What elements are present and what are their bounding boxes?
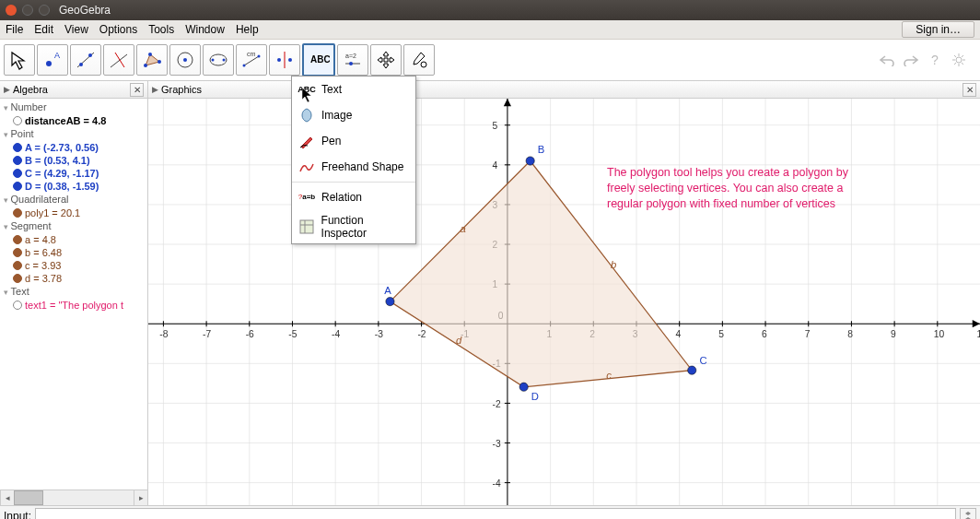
tool-reflect[interactable] (269, 44, 300, 76)
minimize-window-button[interactable] (22, 5, 33, 16)
svg-point-136 (526, 157, 534, 165)
tool-move[interactable] (4, 44, 35, 76)
algebra-group[interactable]: Segment (0, 219, 146, 233)
tool-circle[interactable] (169, 44, 201, 76)
algebra-header[interactable]: ▶ Algebra ✕ (0, 81, 147, 99)
tool-slider[interactable]: a=2 (337, 44, 368, 76)
input-field[interactable] (35, 508, 956, 520)
algebra-item-label: A = (-2.73, 0.56) (25, 141, 99, 154)
dropdown-item-function-inspector[interactable]: Function Inspector (292, 210, 415, 243)
algebra-group[interactable]: Point (0, 127, 146, 141)
close-window-button[interactable] (6, 5, 17, 16)
scroll-thumb[interactable] (14, 490, 43, 505)
algebra-item[interactable]: c = 3.93 (0, 259, 146, 272)
algebra-group[interactable]: Text (0, 285, 146, 299)
svg-point-27 (421, 62, 426, 67)
algebra-tree[interactable]: NumberdistanceAB = 4.8PointA = (-2.73, 0… (0, 99, 147, 490)
algebra-group[interactable]: Quadrilateral (0, 193, 146, 206)
tool-ellipse[interactable] (203, 44, 234, 76)
tool-measure[interactable]: cm (236, 44, 267, 76)
svg-text:C: C (699, 355, 706, 366)
visibility-toggle-icon[interactable] (13, 261, 22, 270)
menu-options[interactable]: Options (99, 23, 137, 36)
scroll-track[interactable] (43, 490, 134, 505)
tool-text[interactable]: ABC (302, 43, 335, 77)
svg-text:ABC: ABC (310, 54, 330, 65)
help-button[interactable]: ? (925, 50, 945, 70)
tool-polygon[interactable] (136, 44, 168, 76)
svg-rect-142 (300, 220, 313, 233)
menu-edit[interactable]: Edit (34, 23, 53, 36)
algebra-item[interactable]: a = 4.8 (0, 233, 146, 246)
svg-line-36 (954, 63, 956, 65)
text-annotation[interactable]: The polygon tool helps you create a poly… (607, 165, 848, 212)
dropdown-item-text[interactable]: ABC Text (292, 77, 415, 102)
visibility-toggle-icon[interactable] (13, 156, 22, 165)
menu-help[interactable]: Help (236, 23, 259, 36)
algebra-scrollbar[interactable]: ◂ ▸ (0, 490, 147, 505)
visibility-toggle-icon[interactable] (13, 274, 22, 283)
algebra-item[interactable]: A = (-2.73, 0.56) (0, 141, 146, 154)
annotation-line: freely selecting vertices. You can also … (607, 181, 848, 196)
freehand-icon (298, 158, 316, 176)
algebra-item[interactable]: d = 3.78 (0, 272, 146, 285)
sign-in-button[interactable]: Sign in… (902, 21, 974, 38)
tool-line[interactable] (70, 44, 101, 76)
input-help-button[interactable] (960, 508, 976, 520)
dropdown-label: Text (321, 83, 342, 96)
graphics-close-button[interactable]: ✕ (962, 83, 976, 97)
tool-dropdown[interactable]: ABC Text Image Pen Freehand Shape ?a=b R… (291, 76, 416, 244)
undo-button[interactable] (877, 50, 897, 70)
menu-tools[interactable]: Tools (148, 23, 174, 36)
svg-point-0 (46, 61, 52, 66)
maximize-window-button[interactable] (39, 5, 50, 16)
dropdown-label: Relation (321, 191, 362, 204)
algebra-group[interactable]: Number (0, 100, 146, 114)
svg-text:c: c (606, 370, 612, 381)
svg-text:5: 5 (718, 329, 724, 339)
visibility-toggle-icon[interactable] (13, 235, 22, 244)
svg-line-34 (962, 63, 963, 65)
dropdown-item-image[interactable]: Image (292, 102, 415, 128)
relation-icon: ?a=b (298, 188, 316, 206)
menu-window[interactable]: Window (185, 23, 225, 36)
tool-move-view[interactable] (370, 44, 402, 76)
menu-view[interactable]: View (64, 23, 88, 36)
visibility-toggle-icon[interactable] (13, 143, 22, 152)
algebra-item[interactable]: distanceAB = 4.8 (0, 114, 146, 127)
visibility-toggle-icon[interactable] (13, 169, 22, 178)
tool-perpendicular[interactable] (103, 44, 134, 76)
dropdown-item-freehand[interactable]: Freehand Shape (292, 154, 415, 180)
visibility-toggle-icon[interactable] (13, 301, 22, 310)
algebra-close-button[interactable]: ✕ (130, 83, 144, 97)
algebra-item-label: a = 4.8 (25, 233, 56, 246)
algebra-item[interactable]: b = 6.48 (0, 246, 146, 259)
menu-file[interactable]: File (6, 23, 23, 36)
dropdown-item-pen[interactable]: Pen (292, 128, 415, 154)
graphics-panel: ▶ Graphics ✕ -8-7-6-5-4-3-2-101234567891… (148, 81, 980, 505)
settings-button[interactable] (949, 50, 969, 70)
window-titlebar: GeoGebra (0, 0, 980, 20)
scroll-left-arrow[interactable]: ◂ (0, 490, 14, 505)
algebra-item[interactable]: text1 = "The polygon t (0, 299, 146, 312)
visibility-toggle-icon[interactable] (13, 116, 22, 125)
redo-button[interactable] (901, 50, 921, 70)
algebra-item[interactable]: B = (0.53, 4.1) (0, 154, 146, 167)
svg-point-10 (158, 60, 161, 64)
tool-custom[interactable] (403, 44, 435, 76)
tool-point[interactable]: A (37, 44, 68, 76)
visibility-toggle-icon[interactable] (13, 208, 22, 218)
dropdown-item-relation[interactable]: ?a=b Relation (292, 184, 415, 210)
svg-text:7: 7 (805, 329, 811, 339)
visibility-toggle-icon[interactable] (13, 182, 22, 191)
graphics-canvas[interactable]: -8-7-6-5-4-3-2-101234567891011-5-4-3-2-1… (148, 99, 980, 505)
algebra-item[interactable]: poly1 = 20.1 (0, 206, 146, 219)
svg-text:4: 4 (493, 160, 498, 171)
algebra-item[interactable]: C = (4.29, -1.17) (0, 167, 146, 180)
algebra-item[interactable]: D = (0.38, -1.59) (0, 180, 146, 193)
scroll-right-arrow[interactable]: ▸ (134, 490, 147, 505)
coordinate-plane[interactable]: -8-7-6-5-4-3-2-101234567891011-5-4-3-2-1… (148, 99, 980, 505)
svg-text:5: 5 (493, 121, 498, 131)
visibility-toggle-icon[interactable] (13, 248, 22, 257)
graphics-header[interactable]: ▶ Graphics ✕ (148, 81, 980, 99)
